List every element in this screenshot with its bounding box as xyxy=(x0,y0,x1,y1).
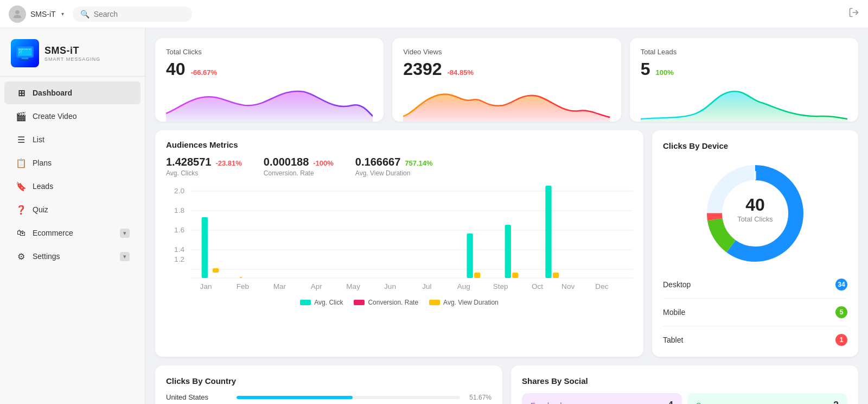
avg-clicks-val: 1.428571 -23.81% xyxy=(166,156,242,168)
sidebar-item-plans[interactable]: 📋 Plans xyxy=(4,152,141,174)
chart-legend: Avg. Click Conversion. Rate Avg. View Du… xyxy=(166,299,633,306)
bottom-row: Clicks By Country United States 51.67% S… xyxy=(155,365,858,404)
total-clicks-card: Total Clicks 40 -66.67% xyxy=(155,38,384,122)
ecommerce-icon: 🛍 xyxy=(15,227,27,239)
social-facebook-count: 4 xyxy=(668,400,673,404)
topbar: SMS-iT ▾ 🔍 xyxy=(0,0,868,28)
avg-clicks-desc: Avg. Clicks xyxy=(166,169,242,177)
device-mobile-badge: 5 xyxy=(835,306,847,318)
social-facebook-label: Facebook xyxy=(531,401,564,405)
svg-text:40: 40 xyxy=(745,195,765,214)
top-cards-row: Total Clicks 40 -66.67% xyxy=(155,38,858,122)
bar-chart: 2.0 1.8 1.6 1.4 1.2 xyxy=(166,186,633,294)
country-row-us: United States 51.67% xyxy=(166,393,492,401)
total-clicks-label: Total Clicks xyxy=(166,48,373,56)
conversion-rate-val: 0.000188 -100% xyxy=(264,156,334,168)
sidebar-item-settings[interactable]: ⚙ Settings ▾ xyxy=(4,245,141,268)
logo-text: SMS-iT SMART MESSAGING xyxy=(44,45,100,62)
svg-rect-34 xyxy=(512,273,518,278)
device-desktop-badge: 34 xyxy=(835,279,847,291)
video-views-card: Video Views 2392 -84.85% xyxy=(392,38,621,122)
svg-rect-12 xyxy=(24,49,25,50)
svg-rect-7 xyxy=(19,50,20,52)
total-leads-card: Total Leads 5 100% xyxy=(630,38,858,122)
dashboard-label: Dashboard xyxy=(33,89,130,97)
sidebar-item-leads[interactable]: 🔖 Leads xyxy=(4,175,141,198)
legend-conversion: Conversion. Rate xyxy=(354,299,418,306)
video-views-value: 2392 -84.85% xyxy=(403,59,610,79)
total-clicks-chart xyxy=(166,84,373,122)
legend-avg-duration-label: Avg. View Duration xyxy=(443,299,499,306)
nav-container: ⊞ Dashboard 🎬 Create Video ☰ List 📋 Plan… xyxy=(0,81,145,268)
sidebar-logo: SMS-iT SMART MESSAGING xyxy=(0,28,145,77)
middle-row: Audiences Metrics 1.428571 -23.81% Avg. … xyxy=(155,130,858,357)
device-row-tablet: Tablet 1 xyxy=(663,334,847,346)
sidebar-item-quiz[interactable]: ❓ Quiz xyxy=(4,198,141,221)
svg-text:Oct: Oct xyxy=(532,283,544,291)
sidebar-item-create-video[interactable]: 🎬 Create Video xyxy=(4,105,141,128)
search-icon: 🔍 xyxy=(80,10,90,18)
avg-view-change: 757.14% xyxy=(405,159,432,167)
donut-chart: 40 Total Clicks xyxy=(663,159,847,268)
settings-arrow[interactable]: ▾ xyxy=(120,252,130,261)
legend-avg-duration-dot xyxy=(429,300,440,305)
country-bar-fill-us xyxy=(237,396,353,399)
social-item-facebook: Facebook 4 xyxy=(522,393,682,404)
leads-label: Leads xyxy=(33,182,130,191)
svg-text:1.6: 1.6 xyxy=(174,226,184,234)
total-leads-chart xyxy=(641,84,847,122)
social-sms-label: Sms xyxy=(696,401,711,405)
topbar-chevron-icon[interactable]: ▾ xyxy=(61,11,64,17)
search-input[interactable] xyxy=(94,10,181,18)
total-clicks-number: 40 xyxy=(166,59,186,79)
device-row-desktop: Desktop 34 xyxy=(663,279,847,291)
device-row-mobile: Mobile 5 xyxy=(663,306,847,318)
shares-by-social-card: Shares By Social Facebook 4 Sms 2 xyxy=(511,365,858,404)
device-tablet-badge: 1 xyxy=(835,334,847,346)
svg-text:May: May xyxy=(346,283,360,291)
quiz-label: Quiz xyxy=(33,205,130,214)
legend-conversion-label: Conversion. Rate xyxy=(368,299,418,306)
sidebar-item-ecommerce[interactable]: 🛍 Ecommerce ▾ xyxy=(4,222,141,244)
social-sms-count: 2 xyxy=(833,400,839,404)
svg-rect-27 xyxy=(202,217,208,278)
conversion-rate-metric: 0.000188 -100% Conversion. Rate xyxy=(264,156,334,177)
dashboard-icon: ⊞ xyxy=(15,87,27,99)
svg-text:Step: Step xyxy=(493,283,508,291)
video-views-label: Video Views xyxy=(403,48,610,56)
sidebar-item-dashboard[interactable]: ⊞ Dashboard xyxy=(4,81,141,104)
svg-text:1.8: 1.8 xyxy=(174,207,184,214)
total-leads-number: 5 xyxy=(641,59,650,79)
device-list: Desktop 34 Mobile 5 Tablet xyxy=(663,279,847,346)
legend-avg-click: Avg. Click xyxy=(300,299,343,306)
svg-rect-9 xyxy=(19,52,20,53)
avatar xyxy=(9,5,26,23)
settings-label: Settings xyxy=(33,252,114,261)
avg-view-duration-metric: 0.166667 757.14% Avg. View Duration xyxy=(355,156,433,177)
shares-by-social-title: Shares By Social xyxy=(522,376,847,386)
svg-rect-13 xyxy=(26,49,27,50)
ecommerce-arrow[interactable]: ▾ xyxy=(120,229,130,238)
search-bar[interactable]: 🔍 xyxy=(73,7,192,22)
legend-avg-click-dot xyxy=(300,300,311,305)
avg-view-number: 0.166667 xyxy=(355,156,400,168)
total-leads-value: 5 100% xyxy=(641,59,847,79)
avg-view-val: 0.166667 757.14% xyxy=(355,156,433,168)
total-leads-label: Total Leads xyxy=(641,48,847,56)
leads-icon: 🔖 xyxy=(15,180,27,192)
svg-rect-6 xyxy=(21,49,22,50)
list-label: List xyxy=(33,135,130,144)
sidebar-item-list[interactable]: ☰ List xyxy=(4,128,141,151)
video-views-chart xyxy=(403,84,610,122)
exit-icon[interactable] xyxy=(848,7,859,21)
ecommerce-label: Ecommerce xyxy=(33,229,114,237)
svg-text:Total Clicks: Total Clicks xyxy=(737,215,773,223)
svg-rect-36 xyxy=(553,273,559,278)
total-leads-change: 100% xyxy=(655,68,673,77)
audience-metrics-title: Audiences Metrics xyxy=(166,140,633,149)
plans-icon: 📋 xyxy=(15,157,27,169)
topbar-brand: SMS-iT ▾ xyxy=(9,5,64,23)
topbar-brand-name: SMS-iT xyxy=(30,10,56,18)
avg-view-desc: Avg. View Duration xyxy=(355,169,433,177)
svg-text:Jul: Jul xyxy=(422,283,431,291)
